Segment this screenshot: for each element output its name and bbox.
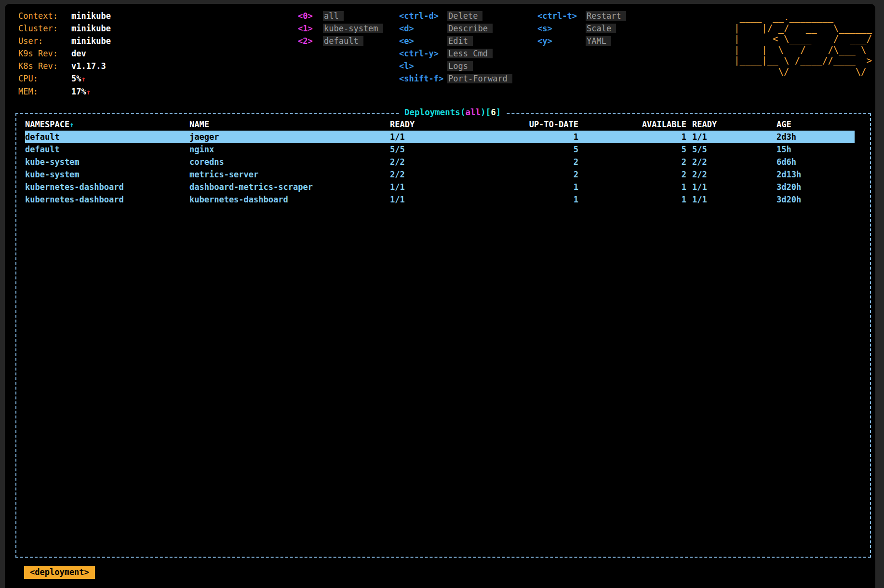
cluster-info-row: Cluster:minikube — [18, 22, 111, 35]
k9s-header: Context:minikubeCluster:minikubeUser:min… — [5, 4, 875, 105]
hotkey-key: <ctrl-y> — [399, 47, 447, 60]
cluster-info-label: K9s Rev: — [18, 47, 71, 60]
panel-title: Deployments(all)[6] — [400, 107, 506, 117]
column-header-up-to-date[interactable]: UP-TO-DATE — [476, 118, 578, 131]
cell-up_to_date: 2 — [476, 156, 578, 168]
cell-ready: 2/2 — [390, 168, 476, 181]
action-hotkey-item[interactable]: <d>Describe — [399, 22, 512, 35]
action-hotkey-item[interactable]: <y>YAML — [537, 35, 626, 47]
table-row[interactable]: defaultnginx5/5555/515h — [22, 143, 855, 156]
deployments-panel: Deployments(all)[6] NAMESPACE↑NAMEREADYU… — [15, 113, 871, 558]
hotkey-key: <d> — [399, 22, 447, 35]
cell-ready: 5/5 — [390, 143, 476, 156]
cell-available: 1 — [578, 181, 686, 193]
cluster-info-label: Cluster: — [18, 22, 71, 35]
breadcrumb-deployment[interactable]: <deployment> — [24, 566, 95, 579]
cell-up_to_date: 1 — [476, 193, 578, 206]
namespace-hotkeys: <0>all<1>kube-system<2>default — [298, 10, 383, 47]
cell-ready: 1/1 — [390, 131, 476, 143]
cell-namespace: kubernetes-dashboard — [22, 193, 189, 206]
column-header-namespace[interactable]: NAMESPACE↑ — [22, 118, 189, 131]
action-hotkey-item[interactable]: <l>Logs — [399, 60, 512, 72]
cell-age: 3d20h — [774, 181, 855, 193]
cell-up_to_date: 5 — [476, 143, 578, 156]
cluster-info-value: v1.17.3 — [71, 61, 106, 71]
panel-title-open-bracket: [ — [486, 107, 491, 117]
hotkey-key: <s> — [537, 22, 586, 35]
hotkey-label: all — [323, 11, 344, 21]
column-header-ready[interactable]: READY — [390, 118, 476, 131]
cell-available: 1 — [578, 131, 686, 143]
cell-namespace: kube-system — [22, 168, 189, 181]
cell-ready: 1/1 — [390, 181, 476, 193]
namespace-hotkey-item[interactable]: <1>kube-system — [298, 22, 383, 35]
action-hotkey-item[interactable]: <e>Edit — [399, 35, 512, 47]
hotkey-label: YAML — [586, 36, 611, 46]
table-row[interactable]: kubernetes-dashboardkubernetes-dashboard… — [22, 193, 855, 206]
cell-available: 2 — [578, 168, 686, 181]
action-hotkeys-col2: <ctrl-t>Restart<s>Scale<y>YAML — [537, 10, 626, 47]
table-row[interactable]: kube-systemcoredns2/2222/26d6h — [22, 156, 855, 168]
hotkey-label: Delete — [447, 11, 482, 21]
trend-up-icon: ↑ — [86, 88, 91, 96]
hotkey-label: Describe — [447, 24, 493, 33]
action-hotkey-item[interactable]: <ctrl-y>Less Cmd — [399, 47, 512, 60]
table-header-row: NAMESPACE↑NAMEREADYUP-TO-DATEAVAILABLERE… — [22, 118, 855, 131]
hotkey-key: <e> — [399, 35, 447, 47]
cluster-info-row: K9s Rev:dev — [18, 47, 111, 60]
cell-name: coredns — [189, 156, 390, 168]
action-hotkeys-col1: <ctrl-d>Delete<d>Describe<e>Edit<ctrl-y>… — [399, 10, 512, 85]
hotkey-label: Less Cmd — [447, 49, 493, 58]
cell-name: kubernetes-dashboard — [189, 193, 390, 206]
action-hotkey-item[interactable]: <s>Scale — [537, 22, 626, 35]
action-hotkey-item[interactable]: <ctrl-t>Restart — [537, 10, 626, 22]
hotkey-key: <1> — [298, 22, 323, 35]
sort-ascending-icon: ↑ — [69, 120, 74, 129]
cell-ready2: 2/2 — [686, 168, 774, 181]
cell-available: 5 — [578, 143, 686, 156]
cell-namespace: default — [22, 131, 189, 143]
hotkey-label: Restart — [586, 11, 626, 21]
column-header-ready[interactable]: READY — [686, 118, 774, 131]
namespace-hotkey-item[interactable]: <0>all — [298, 10, 383, 22]
cluster-info-row: MEM:17%↑ — [18, 85, 111, 98]
hotkey-label: Edit — [447, 36, 473, 46]
cluster-info-label: Context: — [18, 10, 71, 22]
panel-title-close-bracket: ] — [496, 107, 501, 117]
cell-age: 3d20h — [774, 193, 855, 206]
cell-name: jaeger — [189, 131, 390, 143]
cell-ready2: 2/2 — [686, 156, 774, 168]
cell-ready2: 1/1 — [686, 193, 774, 206]
panel-title-open-paren: ( — [460, 107, 466, 117]
cell-ready2: 1/1 — [686, 131, 774, 143]
column-header-age[interactable]: AGE — [774, 118, 855, 131]
cluster-info-label: CPU: — [18, 72, 71, 85]
action-hotkey-item[interactable]: <ctrl-d>Delete — [399, 10, 512, 22]
k9s-ascii-logo: ____ __.________ | |/ _/ __ \______ | < … — [734, 12, 872, 77]
column-header-available[interactable]: AVAILABLE — [578, 118, 686, 131]
table-row[interactable]: kube-systemmetrics-server2/2222/22d13h — [22, 168, 855, 181]
cell-age: 15h — [774, 143, 855, 156]
panel-title-scope: all — [465, 107, 481, 117]
panel-title-resource: Deployments — [404, 107, 460, 117]
cluster-info-row: CPU:5%↑ — [18, 72, 111, 85]
cell-available: 1 — [578, 193, 686, 206]
hotkey-key: <0> — [298, 10, 323, 22]
panel-title-close-paren: ) — [481, 107, 486, 117]
hotkey-label: kube-system — [323, 24, 383, 33]
hotkey-key: <2> — [298, 35, 323, 47]
action-hotkey-item[interactable]: <shift-f>Port-Forward — [399, 72, 512, 85]
k9s-terminal-window: Context:minikubeCluster:minikubeUser:min… — [5, 4, 875, 588]
hotkey-key: <ctrl-d> — [399, 10, 447, 22]
cell-ready2: 5/5 — [686, 143, 774, 156]
cell-ready2: 1/1 — [686, 181, 774, 193]
cell-namespace: kubernetes-dashboard — [22, 181, 189, 193]
hotkey-key: <ctrl-t> — [537, 10, 586, 22]
table-row[interactable]: defaultjaeger1/1111/12d3h — [22, 131, 855, 143]
column-header-name[interactable]: NAME — [189, 118, 390, 131]
namespace-hotkey-item[interactable]: <2>default — [298, 35, 383, 47]
cell-age: 2d13h — [774, 168, 855, 181]
table-row[interactable]: kubernetes-dashboarddashboard-metrics-sc… — [22, 181, 855, 193]
hotkey-key: <y> — [537, 35, 586, 47]
hotkey-label: default — [323, 36, 363, 46]
